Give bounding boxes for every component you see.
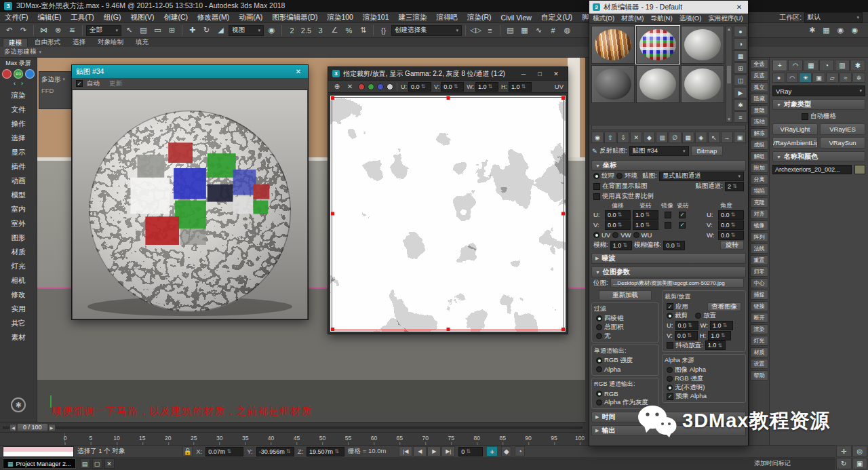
ribbon-tab[interactable]: 自由形式 [29, 38, 66, 47]
arrow-left-icon[interactable]: ‹ [14, 80, 16, 87]
select-link-icon[interactable]: ⋈ [37, 24, 50, 37]
utilities-tab-icon[interactable]: ✱ [850, 60, 865, 71]
zoom-icon[interactable]: ◎ [852, 446, 868, 457]
menu-item[interactable]: 渲得吧 [431, 12, 462, 23]
strip-button[interactable]: 归零 [750, 267, 768, 277]
show-on-back-checkbox[interactable] [593, 183, 600, 190]
vw-radio[interactable] [612, 232, 618, 238]
strip-button[interactable]: 帮助 [750, 370, 768, 380]
map-window-titlebar[interactable]: 贴图 #34 ✕ [72, 65, 308, 78]
menu-item[interactable]: 组(G) [99, 12, 126, 23]
strip-button[interactable]: 解冻 [750, 128, 768, 138]
strip-button[interactable]: 冻结 [750, 117, 768, 127]
auto-update-checkbox[interactable] [76, 80, 83, 87]
crop-h-field[interactable]: 1.0 [708, 331, 731, 340]
time-slider-handle[interactable]: ◀ 0 / 100 ▶ [9, 423, 56, 431]
sidebar-item[interactable]: 材质 [12, 245, 26, 259]
vraylight-button[interactable]: VRayLight [772, 123, 818, 135]
rollout-bitmap-params[interactable]: ▼ 位图参数 [591, 267, 746, 277]
systems-icon[interactable]: ✲ [852, 73, 865, 83]
strip-button[interactable]: 中心 [750, 278, 768, 288]
motion-tab-icon[interactable]: ◔ [819, 60, 834, 71]
strip-button[interactable]: 克隆 [750, 197, 768, 208]
rgb-intensity-radio[interactable] [596, 357, 602, 364]
strip-button[interactable]: 设置 [750, 359, 768, 369]
go-to-end-button[interactable]: ▶| [441, 446, 455, 456]
environ-radio[interactable] [616, 173, 623, 179]
strip-button[interactable]: 渲染 [750, 324, 768, 334]
blue-channel-icon[interactable] [377, 83, 384, 90]
menu-item[interactable]: 建三渲染 [393, 12, 431, 23]
strip-button[interactable]: 孤立 [750, 82, 768, 92]
go-to-start-button[interactable]: |◀ [399, 446, 412, 456]
go-forward-sibling-icon[interactable]: → [721, 132, 733, 143]
sidebar-item[interactable]: 文件 [12, 102, 26, 117]
move-icon[interactable]: ✚ [186, 24, 199, 37]
time-slider[interactable]: ◀ 0 / 100 ▶ [0, 422, 585, 432]
clipboard-icon[interactable]: ▤ [80, 458, 90, 469]
red-channel-icon[interactable] [358, 83, 365, 90]
green-channel-icon[interactable] [368, 83, 374, 90]
pyramidal-radio[interactable] [596, 315, 602, 321]
strip-button[interactable]: 捕捉 [750, 290, 768, 300]
real-world-checkbox[interactable] [593, 193, 600, 200]
u-offset-field[interactable]: 0.0 [605, 210, 631, 220]
material-sample-slot[interactable] [636, 65, 679, 103]
spinner-snap-icon[interactable]: ⇅ [357, 24, 370, 37]
strip-button[interactable]: 镜像 [750, 220, 768, 231]
v-field[interactable]: 0.0 [441, 82, 464, 92]
schematic-view-icon[interactable]: # [547, 24, 559, 37]
rollout-name-color[interactable]: ▼ 名称和颜色 [772, 151, 865, 162]
crop-handle[interactable] [331, 96, 334, 100]
workspace-combo[interactable]: 默认 ▾ [804, 12, 863, 23]
scrollbar-thumb[interactable] [727, 66, 731, 83]
ribbon-tab[interactable]: 建模 [3, 38, 28, 47]
create-tab-icon[interactable]: + [772, 60, 787, 71]
jitter-checkbox[interactable] [667, 342, 673, 349]
material-sample-slot[interactable] [681, 26, 724, 64]
modify-tab-icon[interactable]: ◠ [788, 60, 803, 71]
project-manager-pill[interactable]: ▦ Project Manager 2... [3, 458, 76, 469]
crop-v-field[interactable]: 0.0 [675, 331, 698, 340]
sidebar-item[interactable]: 图形 [12, 231, 26, 245]
sidebar-item[interactable]: 显示 [12, 145, 26, 159]
sidebar-item[interactable]: 渲染 [12, 88, 26, 102]
ribbon-tab[interactable]: 填充 [130, 38, 154, 47]
menu-item[interactable]: 视图(V) [126, 12, 159, 23]
crop-w-field[interactable]: 1.0 [710, 321, 733, 330]
menu-item[interactable]: 编辑(E) [33, 12, 66, 23]
close-icon[interactable]: ✕ [734, 3, 745, 11]
material-id-icon[interactable]: ∅ [669, 132, 681, 143]
strip-button[interactable]: 链接 [750, 301, 768, 311]
bind-spacewarp-icon[interactable]: ≋ [66, 24, 79, 37]
maximize-viewport-icon[interactable]: ▣ [852, 458, 868, 469]
v-offset-field[interactable]: 0.0 [605, 220, 631, 230]
previous-frame-arrow-icon[interactable]: ◀ [9, 424, 17, 431]
w-angle-field[interactable]: 0.0 [718, 231, 744, 240]
strip-button[interactable]: 显隐 [750, 105, 768, 115]
show-map-in-viewport-icon[interactable]: ▦ [682, 132, 694, 143]
reset-map-icon[interactable]: ✕ [630, 132, 642, 143]
strip-button[interactable]: 材质 [750, 347, 768, 357]
window-crossing-icon[interactable]: ⊞ [165, 24, 178, 37]
next-frame-arrow-icon[interactable]: ▶ [48, 424, 56, 431]
menu-item[interactable]: 图形编辑器(D) [267, 12, 322, 23]
sample-type-icon[interactable]: ● [734, 26, 747, 37]
sample-uv-tiling-icon[interactable]: ⊞ [734, 62, 747, 74]
crop-u-field[interactable]: 0.0 [675, 321, 698, 330]
video-color-check-icon[interactable]: ◫ [734, 75, 747, 86]
sidebar-item[interactable]: 素材 [12, 330, 26, 345]
rollout-noise[interactable]: ▶ 噪波 [591, 253, 746, 264]
material-sample-slot[interactable] [591, 26, 635, 64]
render-production-icon[interactable]: ◉ [834, 24, 847, 37]
vraysun-button[interactable]: VRaySun [820, 137, 865, 149]
sidebar-item[interactable]: 相机 [12, 273, 26, 288]
image-alpha-radio[interactable] [667, 367, 673, 373]
put-to-scene-icon[interactable]: ⇧ [604, 132, 616, 143]
record-icon[interactable] [2, 69, 12, 79]
material-editor-titlebar[interactable]: 3 材质编辑器 - 19 - Default ✕ [589, 1, 748, 14]
close-icon[interactable]: ✕ [293, 68, 304, 75]
render-setup-icon[interactable]: ✱ [806, 24, 818, 37]
key-mode-icon[interactable]: ◆ [501, 446, 511, 456]
uv-mode-button[interactable]: UV [555, 83, 564, 90]
